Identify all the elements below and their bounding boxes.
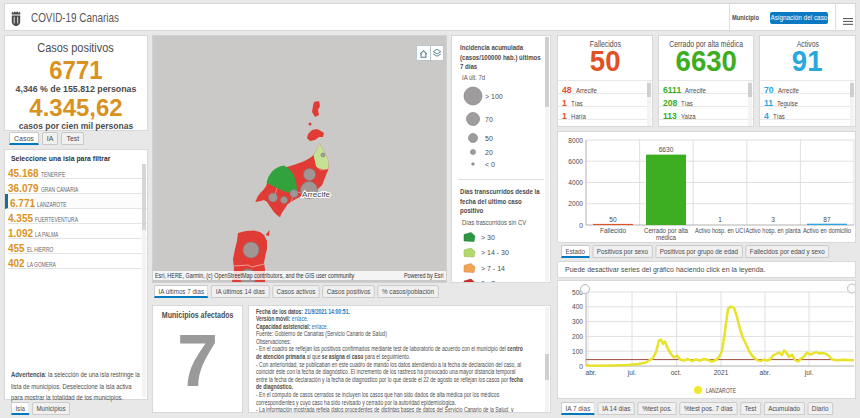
svg-text:Fallecido: Fallecido (600, 227, 626, 234)
svg-text:Activo hosp. en planta: Activo hosp. en planta (746, 227, 801, 235)
svg-text:4000: 4000 (568, 179, 583, 186)
svg-text:abr.: abr. (760, 369, 771, 376)
svg-text:0: 0 (579, 363, 583, 370)
svg-text:oct.: oct. (671, 369, 682, 376)
svg-text:Activo en domicilio: Activo en domicilio (803, 227, 851, 234)
svg-text:Activo hosp. en UCI: Activo hosp. en UCI (695, 227, 745, 235)
svg-text:0: 0 (579, 222, 583, 229)
svg-text:< 0: < 0 (485, 161, 495, 168)
svg-text:2021: 2021 (714, 369, 729, 376)
svg-text:> 7 - 14: > 7 - 14 (481, 265, 505, 272)
svg-text:1: 1 (718, 216, 722, 223)
svg-text:300: 300 (572, 318, 583, 325)
svg-text:87: 87 (823, 216, 831, 223)
svg-text:médica: médica (656, 234, 676, 241)
svg-text:8000: 8000 (568, 137, 583, 144)
svg-text:> 14 - 30: > 14 - 30 (481, 249, 509, 256)
svg-text:20: 20 (485, 149, 493, 156)
svg-text:abr.: abr. (586, 369, 597, 376)
svg-text:> 100: > 100 (485, 93, 503, 100)
svg-text:> 30: > 30 (481, 234, 495, 241)
svg-text:0 - 7: 0 - 7 (481, 280, 495, 283)
svg-text:50: 50 (609, 216, 617, 223)
svg-text:200: 200 (572, 333, 583, 340)
svg-text:jul.: jul. (627, 369, 637, 377)
svg-text:400: 400 (572, 303, 583, 310)
svg-text:100: 100 (572, 348, 583, 355)
svg-text:3: 3 (771, 216, 775, 223)
svg-text:2000: 2000 (568, 200, 583, 207)
svg-text:LANZAROTE: LANZAROTE (706, 386, 736, 395)
svg-text:50: 50 (485, 135, 493, 142)
svg-text:6630: 6630 (659, 146, 674, 153)
svg-text:Arrecife: Arrecife (302, 191, 330, 198)
svg-text:70: 70 (485, 116, 493, 123)
svg-text:jul.: jul. (804, 369, 814, 377)
svg-text:6000: 6000 (568, 158, 583, 165)
